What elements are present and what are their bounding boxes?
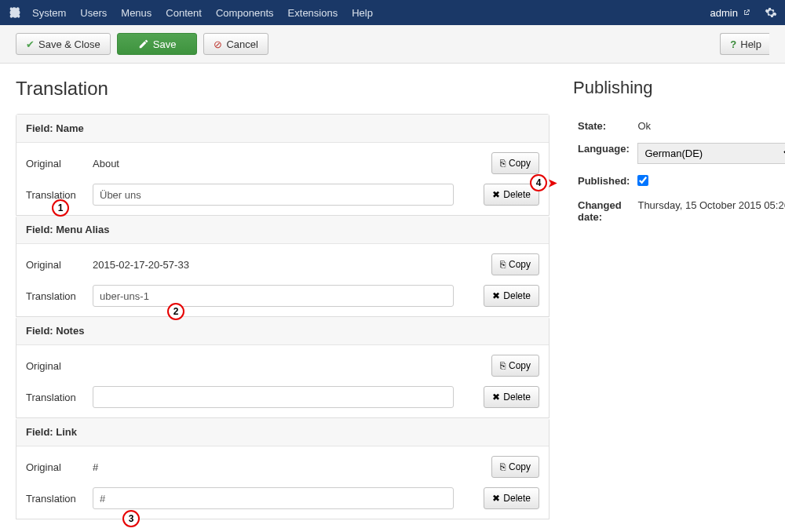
delete-label: Delete [503, 493, 531, 504]
copy-label: Copy [509, 158, 531, 169]
cancel-button[interactable]: ⊘ Cancel [203, 33, 268, 55]
field-header: Field: Link [16, 418, 549, 446]
delete-icon: ✖ [492, 493, 500, 504]
nav-content[interactable]: Content [166, 7, 202, 19]
delete-label: Delete [503, 189, 531, 200]
user-name: admin [710, 7, 738, 19]
copy-button[interactable]: ⎘ Copy [491, 152, 539, 174]
original-value: # [93, 461, 454, 473]
delete-icon: ✖ [492, 189, 500, 200]
changed-value: Thursday, 15 October 2015 05:26 [634, 195, 785, 228]
copy-label: Copy [509, 360, 531, 371]
translation-input-link[interactable] [93, 487, 454, 509]
annotation-4-arrow: ➤ [548, 177, 557, 189]
changed-label: Changed date: [575, 195, 633, 228]
help-button[interactable]: ? Help [720, 33, 769, 55]
published-checkbox[interactable] [637, 175, 648, 186]
translation-label: Translation [26, 290, 93, 302]
annotation-2: 2 [167, 303, 184, 320]
field-group-alias: Field: Menu Alias Original 2015-02-17-20… [16, 216, 550, 317]
save-icon [138, 38, 149, 49]
help-label: Help [740, 38, 761, 50]
nav-users[interactable]: Users [80, 7, 107, 19]
delete-label: Delete [503, 290, 531, 301]
original-label: Original [26, 158, 93, 169]
copy-icon: ⎘ [500, 360, 506, 371]
nav-help[interactable]: Help [352, 7, 373, 19]
external-link-icon [743, 9, 750, 16]
annotation-3: 3 [122, 510, 140, 527]
gear-icon[interactable] [765, 6, 777, 19]
original-value: 2015-02-17-20-57-33 [93, 259, 454, 271]
field-header: Field: Notes [16, 317, 549, 345]
language-label: Language: [575, 138, 633, 169]
page-title: Translation [16, 78, 550, 100]
save-close-label: Save & Close [38, 38, 100, 50]
save-close-button[interactable]: ✔ Save & Close [16, 33, 111, 55]
original-label: Original [26, 360, 93, 372]
state-value: Ok [634, 115, 785, 137]
original-label: Original [26, 461, 93, 473]
translation-input-alias[interactable] [93, 285, 454, 307]
main-menu: System Users Menus Content Components Ex… [32, 7, 373, 19]
field-group-name: Field: Name Original About ⎘ Copy [16, 114, 550, 216]
publishing-panel: Publishing State: Ok Language: German(DE… [573, 78, 785, 519]
check-icon: ✔ [26, 38, 35, 50]
field-group-notes: Field: Notes Original ⎘ Copy Tran [16, 317, 550, 418]
copy-button[interactable]: ⎘ Copy [491, 355, 539, 377]
delete-icon: ✖ [492, 290, 500, 301]
translation-label: Translation [26, 392, 93, 403]
language-select[interactable]: German(DE) [637, 143, 785, 164]
delete-label: Delete [503, 392, 531, 403]
copy-button[interactable]: ⎘ Copy [491, 253, 539, 275]
save-label: Save [153, 38, 177, 50]
copy-icon: ⎘ [500, 259, 506, 270]
delete-button[interactable]: ✖ Delete [484, 386, 539, 408]
joomla-logo-icon [8, 6, 20, 19]
top-navigation: System Users Menus Content Components Ex… [0, 0, 785, 25]
field-group-link: Field: Link Original # ⎘ Copy Tran [16, 418, 550, 519]
annotation-1: 1 [52, 199, 69, 217]
state-label: State: [575, 115, 633, 137]
delete-button[interactable]: ✖ Delete [484, 285, 539, 307]
nav-menus[interactable]: Menus [121, 7, 152, 19]
published-label: Published: [575, 170, 633, 193]
delete-button[interactable]: ✖ Delete [484, 487, 539, 509]
cancel-icon: ⊘ [214, 38, 222, 50]
nav-components[interactable]: Components [216, 7, 274, 19]
publishing-title: Publishing [573, 78, 785, 98]
translation-label: Translation [26, 493, 93, 505]
copy-icon: ⎘ [500, 461, 506, 472]
translation-input-notes[interactable] [93, 386, 454, 408]
copy-button[interactable]: ⎘ Copy [491, 456, 539, 478]
user-menu[interactable]: admin [710, 7, 750, 19]
question-icon: ? [730, 38, 736, 50]
nav-extensions[interactable]: Extensions [288, 7, 338, 19]
field-header: Field: Menu Alias [16, 216, 549, 244]
nav-system[interactable]: System [32, 7, 66, 19]
toolbar: ✔ Save & Close Save ⊘ Cancel ? Help [0, 25, 785, 63]
cancel-label: Cancel [226, 38, 257, 50]
annotation-4: 4 [530, 174, 547, 191]
field-header: Field: Name [16, 115, 549, 143]
delete-icon: ✖ [492, 392, 500, 403]
translation-input-name[interactable] [93, 184, 454, 206]
copy-label: Copy [509, 259, 531, 270]
original-value: About [93, 158, 454, 169]
original-label: Original [26, 259, 93, 271]
save-button[interactable]: Save [117, 33, 198, 55]
copy-icon: ⎘ [500, 158, 506, 169]
copy-label: Copy [509, 461, 531, 472]
